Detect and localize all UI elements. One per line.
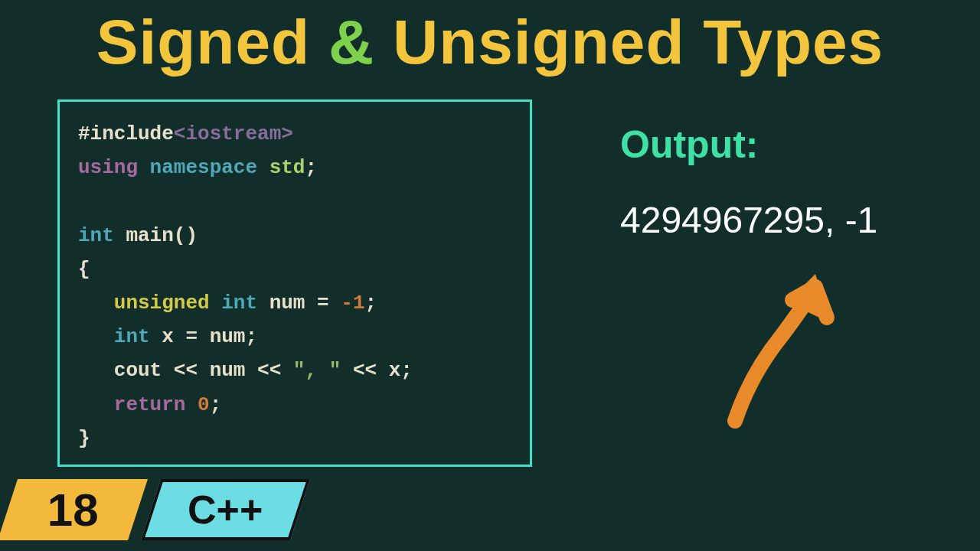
arrow-icon — [704, 253, 858, 429]
lesson-number: 18 — [47, 484, 99, 536]
code-line: cout << num << ", " << x; — [78, 354, 511, 387]
code-line: #include<iostream> — [78, 117, 511, 151]
code-line: { — [78, 253, 511, 286]
code-line: using namespace std; — [78, 151, 511, 184]
code-line: int x = num; — [78, 320, 511, 354]
lesson-number-badge: 18 — [0, 479, 148, 540]
code-line: } — [78, 422, 511, 455]
language-badge: C++ — [141, 479, 310, 540]
code-snippet: #include<iostream> using namespace std; … — [57, 99, 532, 467]
output-value: 4294967295, -1 — [620, 199, 877, 241]
title-ampersand: & — [328, 7, 374, 77]
title-right: Unsigned Types — [374, 7, 884, 77]
code-line: int main() — [78, 219, 511, 253]
title-left: Signed — [96, 7, 328, 77]
code-line: return 0; — [78, 388, 511, 422]
output-label: Output: — [620, 122, 758, 167]
page-title: Signed & Unsigned Types — [0, 0, 980, 78]
language-label: C++ — [188, 487, 263, 533]
code-line: unsigned int num = -1; — [78, 286, 511, 320]
code-line — [78, 184, 511, 218]
